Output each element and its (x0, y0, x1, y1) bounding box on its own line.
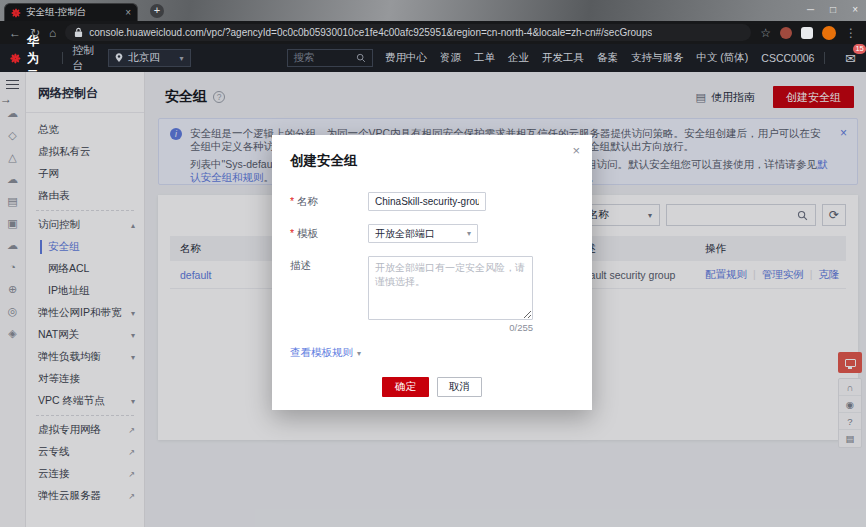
description-label: 描述 (290, 256, 368, 333)
chevron-down-icon: ▾ (467, 229, 471, 238)
nav-icp[interactable]: 备案 (597, 51, 618, 65)
create-security-group-dialog: × 创建安全组 名称 模板 开放全部端口▾ 描述 0/255 查看 (272, 135, 592, 410)
nav-tickets[interactable]: 工单 (474, 51, 495, 65)
window-maximize-button[interactable]: □ (830, 2, 836, 18)
dialog-title: 创建安全组 (272, 135, 592, 170)
huawei-logo-icon (10, 50, 21, 67)
name-input[interactable] (368, 192, 486, 211)
browser-url-bar: ← → ↻ ⌂ console.huaweicloud.com/vpc/?age… (0, 21, 866, 44)
dialog-close-icon[interactable]: × (572, 144, 580, 157)
url-text: console.huaweicloud.com/vpc/?agencyId=0c… (89, 27, 652, 38)
chevron-down-icon: ▾ (357, 349, 361, 358)
nav-dev-tools[interactable]: 开发工具 (542, 51, 584, 65)
browser-menu-icon[interactable]: ⋮ (845, 27, 857, 39)
tab-close-icon[interactable]: × (125, 8, 131, 18)
description-textarea[interactable] (368, 256, 533, 320)
name-label: 名称 (290, 192, 368, 211)
window-minimize-button[interactable]: ─ (807, 2, 814, 18)
new-tab-button[interactable]: + (150, 4, 164, 18)
cancel-button[interactable]: 取消 (437, 377, 482, 397)
chevron-down-icon: ▾ (180, 54, 184, 63)
view-template-rules-link[interactable]: 查看模板规则▾ (290, 346, 592, 360)
extension-icon-2[interactable] (801, 27, 813, 39)
region-value: 北京四 (128, 51, 174, 65)
window-close-button[interactable]: × (852, 2, 858, 18)
screenshot-root: 安全组-控制台 × + ─ □ × ← → ↻ ⌂ console.huawei… (0, 0, 866, 527)
ok-button[interactable]: 确定 (382, 377, 429, 397)
location-pin-icon (115, 53, 123, 63)
char-counter: 0/255 (509, 322, 533, 333)
nav-account[interactable]: CSCC0006 (761, 52, 814, 64)
bookmark-star-icon[interactable]: ☆ (760, 27, 771, 39)
browser-tab[interactable]: 安全组-控制台 × (4, 3, 138, 21)
console-header: 华为云 控制台 北京四 ▾ 搜索 费用中心 资源 工单 企业 开发工具 备案 支… (0, 44, 866, 72)
header-search-input[interactable]: 搜索 (287, 49, 373, 67)
nav-billing-center[interactable]: 费用中心 (385, 51, 427, 65)
browser-tab-bar: 安全组-控制台 × + ─ □ × (0, 0, 866, 21)
nav-resources[interactable]: 资源 (440, 51, 461, 65)
huawei-favicon-icon (11, 8, 21, 18)
nav-enterprise[interactable]: 企业 (508, 51, 529, 65)
message-count-badge: 15 (853, 44, 866, 54)
divider (62, 52, 63, 64)
template-select[interactable]: 开放全部端口▾ (368, 224, 478, 243)
messages-button[interactable]: ✉ 15 (845, 49, 856, 67)
search-icon (356, 53, 366, 63)
console-nav-label[interactable]: 控制台 (72, 43, 94, 73)
lock-icon (74, 27, 83, 38)
browser-profile-avatar[interactable] (822, 26, 836, 40)
divider (824, 52, 825, 64)
nav-support[interactable]: 支持与服务 (631, 51, 684, 65)
tab-title: 安全组-控制台 (26, 6, 120, 19)
search-placeholder: 搜索 (294, 51, 356, 65)
extension-icon[interactable] (780, 27, 792, 39)
region-selector[interactable]: 北京四 ▾ (108, 49, 190, 67)
address-field[interactable]: console.huaweicloud.com/vpc/?agencyId=0c… (65, 24, 751, 41)
template-label: 模板 (290, 224, 368, 243)
nav-language[interactable]: 中文 (简体) (696, 51, 748, 65)
